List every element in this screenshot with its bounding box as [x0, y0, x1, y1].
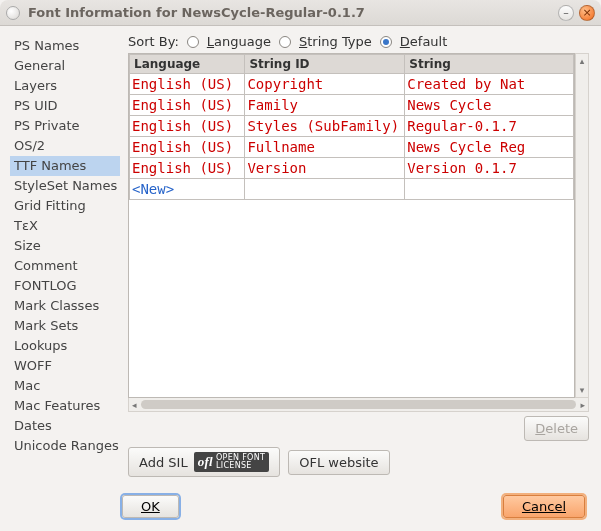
add-sil-label: Add SIL [139, 455, 188, 470]
sidebar-item-mark-classes[interactable]: Mark Classes [10, 296, 120, 316]
names-table: LanguageString IDStringEnglish (US)Copyr… [129, 54, 574, 200]
sidebar-item-ps-private[interactable]: PS Private [10, 116, 120, 136]
sidebar-item-mac[interactable]: Mac [10, 376, 120, 396]
ok-label: OK [141, 499, 160, 514]
titlebar: Font Information for NewsCycle-Regular-0… [0, 0, 601, 26]
main-panel: Sort By: LanguageString TypeDefault Lang… [124, 26, 601, 481]
sidebar-item-ps-uid[interactable]: PS UID [10, 96, 120, 116]
window-controls: – × [558, 5, 595, 21]
delete-button: Delete [524, 416, 589, 441]
cell-str[interactable]: Created by Nat [405, 74, 574, 95]
col-header-string[interactable]: String [405, 55, 574, 74]
sidebar-item-dates[interactable]: Dates [10, 416, 120, 436]
cell-lang[interactable]: English (US) [130, 74, 245, 95]
sort-label-string-type[interactable]: String Type [299, 34, 372, 49]
sidebar-item-styleset-names[interactable]: StyleSet Names [10, 176, 120, 196]
sidebar-item-fontlog[interactable]: FONTLOG [10, 276, 120, 296]
sidebar-item-general[interactable]: General [10, 56, 120, 76]
close-icon: × [582, 7, 591, 18]
ofl-badge-line2: LICENSE [216, 462, 265, 470]
sidebar-item-t-x[interactable]: TεX [10, 216, 120, 236]
cell-id[interactable]: Family [245, 95, 405, 116]
sidebar: PS NamesGeneralLayersPS UIDPS PrivateOS/… [0, 26, 124, 481]
minimize-button[interactable]: – [558, 5, 574, 21]
table-wrap: LanguageString IDStringEnglish (US)Copyr… [128, 53, 589, 398]
cell-id[interactable]: Fullname [245, 137, 405, 158]
sidebar-item-ps-names[interactable]: PS Names [10, 36, 120, 56]
ofl-badge-icon: ofl OPEN FONT LICENSE [194, 452, 270, 472]
table-row[interactable]: English (US)FamilyNews Cycle [130, 95, 574, 116]
action-row: Add SIL ofl OPEN FONT LICENSE OFL websit… [128, 447, 589, 477]
cell-str[interactable]: News Cycle Reg [405, 137, 574, 158]
cell-lang[interactable]: English (US) [130, 137, 245, 158]
content-area: PS NamesGeneralLayersPS UIDPS PrivateOS/… [0, 26, 601, 481]
scroll-down-icon: ▾ [580, 385, 585, 395]
cell-str[interactable]: Version 0.1.7 [405, 158, 574, 179]
cell-id[interactable]: Version [245, 158, 405, 179]
cancel-button[interactable]: Cancel [503, 495, 585, 518]
table-row[interactable]: English (US)Styles (SubFamily)Regular-0.… [130, 116, 574, 137]
scrollbar-thumb[interactable] [141, 400, 576, 409]
vertical-scrollbar[interactable]: ▴ ▾ [575, 53, 589, 398]
table-box: LanguageString IDStringEnglish (US)Copyr… [128, 53, 575, 398]
sidebar-item-size[interactable]: Size [10, 236, 120, 256]
sort-row: Sort By: LanguageString TypeDefault [128, 34, 589, 49]
col-header-string-id[interactable]: String ID [245, 55, 405, 74]
app-icon [6, 6, 20, 20]
ofl-website-button[interactable]: OFL website [288, 450, 389, 475]
sort-label: Sort By: [128, 34, 179, 49]
sidebar-item-woff[interactable]: WOFF [10, 356, 120, 376]
sidebar-item-grid-fitting[interactable]: Grid Fitting [10, 196, 120, 216]
scroll-left-icon: ◂ [132, 400, 137, 410]
sidebar-item-lookups[interactable]: Lookups [10, 336, 120, 356]
sidebar-item-comment[interactable]: Comment [10, 256, 120, 276]
sort-radio-string-type[interactable] [279, 36, 291, 48]
sort-radio-language[interactable] [187, 36, 199, 48]
scroll-up-icon: ▴ [580, 56, 585, 66]
horizontal-scrollbar[interactable]: ◂ ▸ [128, 398, 589, 412]
delete-label: Delete [535, 421, 578, 436]
sidebar-item-unicode-ranges[interactable]: Unicode Ranges [10, 436, 120, 456]
sort-label-default[interactable]: Default [400, 34, 448, 49]
window-title: Font Information for NewsCycle-Regular-0… [28, 5, 558, 20]
cancel-label: Cancel [522, 499, 566, 514]
footer: OK Cancel [0, 481, 601, 531]
cell-id[interactable]: Copyright [245, 74, 405, 95]
col-header-language[interactable]: Language [130, 55, 245, 74]
table-row[interactable]: English (US)CopyrightCreated by Nat [130, 74, 574, 95]
cell-str[interactable]: News Cycle [405, 95, 574, 116]
new-cell[interactable]: <New> [130, 179, 245, 200]
cell-str[interactable]: Regular-0.1.7 [405, 116, 574, 137]
minimize-icon: – [563, 7, 569, 18]
sidebar-item-mac-features[interactable]: Mac Features [10, 396, 120, 416]
cell-id[interactable]: Styles (SubFamily) [245, 116, 405, 137]
sidebar-item-mark-sets[interactable]: Mark Sets [10, 316, 120, 336]
close-button[interactable]: × [579, 5, 595, 21]
ok-button[interactable]: OK [122, 495, 179, 518]
new-row[interactable]: <New> [130, 179, 574, 200]
sidebar-item-ttf-names[interactable]: TTF Names [10, 156, 120, 176]
sidebar-item-layers[interactable]: Layers [10, 76, 120, 96]
sidebar-item-os-2[interactable]: OS/2 [10, 136, 120, 156]
cell-lang[interactable]: English (US) [130, 95, 245, 116]
sort-radio-default[interactable] [380, 36, 392, 48]
ofl-website-label: OFL website [299, 455, 378, 470]
add-sil-button[interactable]: Add SIL ofl OPEN FONT LICENSE [128, 447, 280, 477]
scroll-right-icon: ▸ [580, 400, 585, 410]
cell-lang[interactable]: English (US) [130, 158, 245, 179]
table-row[interactable]: English (US)FullnameNews Cycle Reg [130, 137, 574, 158]
table-row[interactable]: English (US)VersionVersion 0.1.7 [130, 158, 574, 179]
sort-label-language[interactable]: Language [207, 34, 271, 49]
cell-lang[interactable]: English (US) [130, 116, 245, 137]
